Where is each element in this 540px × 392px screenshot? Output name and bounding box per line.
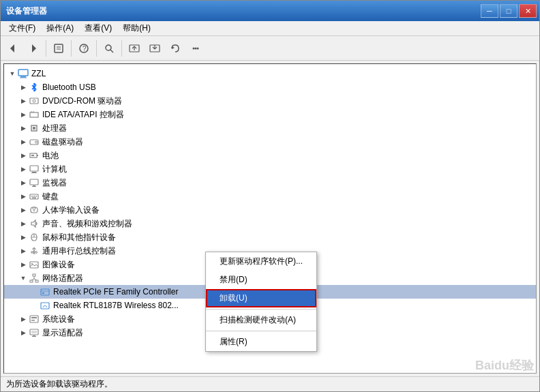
svg-rect-32 xyxy=(30,166,38,171)
tree-item-battery[interactable]: ▶ 电池 xyxy=(4,149,536,162)
monitor-label: 监视器 xyxy=(42,177,67,189)
realtek-rtl-icon xyxy=(40,300,50,311)
disk-icon xyxy=(29,136,40,147)
menu-action[interactable]: 操作(A) xyxy=(41,21,79,35)
realtek-rtl-label: Realtek RTL8187B Wireless 802... xyxy=(53,301,179,310)
ide-icon xyxy=(29,109,40,120)
back-button[interactable] xyxy=(3,39,22,58)
svg-rect-31 xyxy=(31,155,34,156)
svg-rect-37 xyxy=(32,186,36,187)
toolbar: ? xyxy=(1,36,539,61)
maximize-button[interactable]: □ xyxy=(500,4,518,18)
scan-button[interactable] xyxy=(100,39,119,58)
tree-item-mouse[interactable]: ▶ 鼠标和其他指针设备 xyxy=(4,230,536,244)
context-menu-sep xyxy=(206,309,316,310)
svg-rect-64 xyxy=(30,316,38,322)
window-title: 设备管理器 xyxy=(6,5,47,17)
image-icon xyxy=(29,259,40,270)
svg-rect-19 xyxy=(20,78,27,78)
expand-icon-network: ▼ xyxy=(18,273,29,284)
close-button[interactable]: ✕ xyxy=(519,4,537,18)
tree-item-computer[interactable]: ▶ 计算机 xyxy=(4,162,536,176)
dvd-icon xyxy=(29,95,40,106)
battery-label: 电池 xyxy=(42,150,59,162)
update-driver-button[interactable] xyxy=(125,39,144,58)
menu-view[interactable]: 查看(V) xyxy=(79,21,117,35)
display-label: 显示适配器 xyxy=(42,327,83,339)
tree-item-bluetooth[interactable]: ▶ Bluetooth USB xyxy=(4,80,536,94)
svg-rect-34 xyxy=(31,172,37,173)
tree-item-input[interactable]: ▶ 人体学输入设备 xyxy=(4,203,536,217)
usb-label: 通用串行总线控制器 xyxy=(42,245,116,257)
svg-rect-56 xyxy=(35,280,38,282)
tree-item-keyboard[interactable]: ▶ 键盘 xyxy=(4,190,536,203)
forward-button[interactable] xyxy=(24,39,43,58)
tree-item-sound[interactable]: ▶ 声音、视频和游戏控制器 xyxy=(4,217,536,230)
computer-icon xyxy=(18,68,29,79)
context-menu-uninstall[interactable]: 卸载(U) xyxy=(206,289,316,307)
context-menu-scan[interactable]: 扫描检测硬件改动(A) xyxy=(206,311,316,329)
expand-icon-display: ▶ xyxy=(18,327,29,338)
svg-rect-41 xyxy=(35,196,37,197)
context-menu: 更新驱动程序软件(P)... 禁用(D) 卸载(U) 扫描检测硬件改动(A) 属… xyxy=(205,252,317,352)
window-controls: ─ □ ✕ xyxy=(481,4,537,18)
svg-rect-60 xyxy=(41,289,49,295)
expand-icon-image: ▶ xyxy=(18,259,29,270)
expand-icon-monitor: ▶ xyxy=(18,177,29,188)
dvd-label: DVD/CD-ROM 驱动器 xyxy=(42,95,122,107)
svg-marker-46 xyxy=(31,220,35,227)
system-icon xyxy=(29,314,40,325)
svg-rect-39 xyxy=(31,196,33,197)
svg-rect-17 xyxy=(18,70,28,76)
svg-point-51 xyxy=(35,252,38,254)
svg-rect-30 xyxy=(37,155,38,156)
disk-label: 磁盘驱动器 xyxy=(42,136,83,148)
keyboard-label: 键盘 xyxy=(42,191,59,202)
svg-marker-13 xyxy=(172,46,175,49)
context-menu-disable[interactable]: 禁用(D) xyxy=(206,271,316,289)
svg-rect-22 xyxy=(30,112,38,117)
menu-file[interactable]: 文件(F) xyxy=(3,21,41,35)
tree-root[interactable]: ▼ ZZL xyxy=(4,67,536,80)
svg-point-45 xyxy=(33,210,35,211)
rollback-button[interactable] xyxy=(166,39,185,58)
menu-help[interactable]: 帮助(H) xyxy=(117,21,156,35)
tree-item-cpu[interactable]: ▶ 处理器 xyxy=(4,121,536,135)
svg-rect-40 xyxy=(33,196,35,197)
computer2-icon xyxy=(29,164,40,175)
realtek-pcie-icon xyxy=(40,286,50,297)
tree-item-ide[interactable]: ▶ IDE ATA/ATAPI 控制器 xyxy=(4,108,536,121)
svg-marker-1 xyxy=(32,44,36,52)
bluetooth-label: Bluetooth USB xyxy=(42,82,96,92)
menu-bar: 文件(F) 操作(A) 查看(V) 帮助(H) xyxy=(1,21,539,36)
expand-icon-cpu: ▶ xyxy=(18,123,29,134)
battery-icon xyxy=(29,150,40,161)
toolbar-sep-1 xyxy=(46,40,46,57)
svg-rect-26 xyxy=(33,127,35,130)
uninstall-button[interactable] xyxy=(145,39,164,58)
mouse-icon xyxy=(29,232,40,243)
expand-icon-input: ▶ xyxy=(18,205,29,215)
toolbar-sep-4 xyxy=(121,40,122,57)
minimize-button[interactable]: ─ xyxy=(481,4,498,18)
toolbar-sep-3 xyxy=(96,40,97,57)
keyboard-icon xyxy=(29,191,40,202)
computer-label: 计算机 xyxy=(42,164,67,175)
tree-item-dvd[interactable]: ▶ DVD/CD-ROM 驱动器 xyxy=(4,94,536,108)
help-button[interactable]: ? xyxy=(74,39,93,58)
context-menu-properties[interactable]: 属性(R) xyxy=(206,333,316,351)
tree-item-disk[interactable]: ▶ 磁盘驱动器 xyxy=(4,135,536,149)
properties2-button[interactable] xyxy=(186,39,205,58)
context-menu-update[interactable]: 更新驱动程序软件(P)... xyxy=(206,252,316,271)
status-text: 为所选设备卸载该驱动程序。 xyxy=(6,378,112,390)
svg-line-8 xyxy=(110,50,113,52)
cpu-label: 处理器 xyxy=(42,123,67,134)
monitor-icon xyxy=(29,177,40,188)
expand-icon-keyboard: ▶ xyxy=(18,191,29,202)
svg-rect-55 xyxy=(30,280,33,282)
properties-button[interactable] xyxy=(49,39,68,58)
expand-icon-sound: ▶ xyxy=(18,218,29,229)
tree-item-monitor[interactable]: ▶ 监视器 xyxy=(4,176,536,190)
svg-marker-0 xyxy=(10,44,14,52)
display-icon xyxy=(29,327,40,338)
